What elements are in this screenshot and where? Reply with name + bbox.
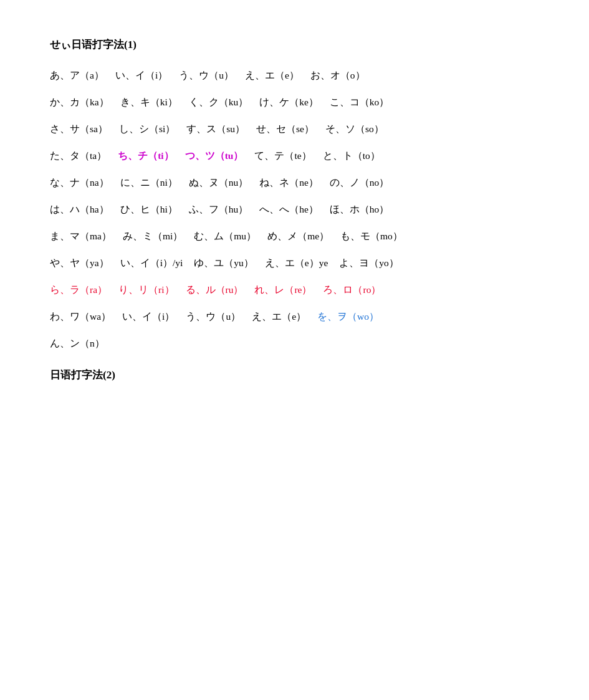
kana-row-row-ya: や、ヤ（ya）い、イ（i）/yiゆ、ユ（yu）え、エ（e）yeよ、ヨ（yo）	[50, 257, 539, 270]
kana-item: り、リ（ri）	[118, 284, 174, 297]
kana-row-row-na: な、ナ（na）に、ニ（ni）ぬ、ヌ（nu）ね、ネ（ne）の、ノ（no）	[50, 176, 539, 189]
kana-item: え、エ（e）ye	[265, 257, 328, 270]
kana-item: さ、サ（sa）	[50, 123, 108, 136]
kana-item: し、シ（si）	[119, 123, 175, 136]
kana-row-row-n: ん、ン（n）	[50, 337, 539, 350]
kana-item: う、ウ（u）	[186, 310, 241, 324]
kana-item: な、ナ（na）	[50, 176, 109, 189]
kana-item: ふ、フ（hu）	[189, 203, 249, 216]
kana-item: い、イ（i）/yi	[120, 257, 183, 270]
kana-item: お、オ（o）	[310, 69, 365, 82]
kana-item: む、ム（mu）	[194, 230, 256, 243]
kana-item: ろ、ロ（ro）	[323, 284, 381, 297]
kana-item: る、ル（ru）	[186, 284, 244, 297]
kana-row-row-ma: ま、マ（ma）み、ミ（mi）む、ム（mu）め、メ（me）も、モ（mo）	[50, 230, 539, 243]
kana-row-row-ka: か、カ（ka）き、キ（ki）く、ク（ku）け、ケ（ke）こ、コ（ko）	[50, 96, 539, 109]
kana-item: に、ニ（ni）	[120, 176, 178, 189]
kana-item: つ、ツ（tu）	[185, 150, 244, 163]
section-title-1: せぃ日语打字法(1)	[50, 37, 539, 52]
kana-row-row-ha: は、ハ（ha）ひ、ヒ（hi）ふ、フ（hu）へ、へ（he）ほ、ホ（ho）	[50, 203, 539, 216]
kana-item: く、ク（ku）	[189, 96, 249, 109]
kana-row-row-sa: さ、サ（sa）し、シ（si）す、ス（su）せ、セ（se）そ、ソ（so）	[50, 123, 539, 136]
kana-item: こ、コ（ko）	[330, 96, 390, 109]
kana-item: ち、チ（ti）	[118, 150, 173, 163]
kana-item: え、エ（e）	[245, 69, 299, 82]
kana-item: い、イ（i）	[115, 69, 168, 82]
kana-item: ま、マ（ma）	[50, 230, 112, 243]
kana-item: ぬ、ヌ（nu）	[189, 176, 249, 189]
kana-item: そ、ソ（so）	[325, 123, 384, 136]
kana-item: み、ミ（mi）	[123, 230, 183, 243]
kana-item: い、イ（i）	[122, 310, 175, 324]
kana-item: れ、レ（re）	[254, 284, 312, 297]
kana-item: ね、ネ（ne）	[259, 176, 318, 189]
kana-row-row-ta: た、タ（ta）ち、チ（ti）つ、ツ（tu）て、テ（te）と、ト（to）	[50, 150, 539, 163]
kana-item: か、カ（ka）	[50, 96, 109, 109]
kana-item: は、ハ（ha）	[50, 203, 109, 216]
kana-item: と、ト（to）	[323, 150, 380, 163]
kana-item: た、タ（ta）	[50, 150, 107, 163]
kana-table-1: あ、ア（a）い、イ（i）う、ウ（u）え、エ（e）お、オ（o）か、カ（ka）き、キ…	[50, 69, 539, 350]
kana-item: め、メ（me）	[267, 230, 329, 243]
kana-item: へ、へ（he）	[259, 203, 318, 216]
kana-item: よ、ヨ（yo）	[339, 257, 399, 270]
kana-item: ら、ラ（ra）	[50, 284, 107, 297]
kana-item: ゆ、ユ（yu）	[194, 257, 254, 270]
section-title-2: 日语打字法(2)	[50, 368, 539, 382]
kana-item: わ、ワ（wa）	[50, 310, 111, 324]
kana-row-row-wa: わ、ワ（wa）い、イ（i）う、ウ（u）え、エ（e）を、ヲ（wo）	[50, 310, 539, 324]
page-container: せぃ日语打字法(1) あ、ア（a）い、イ（i）う、ウ（u）え、エ（e）お、オ（o…	[50, 37, 539, 382]
kana-item: ん、ン（n）	[50, 337, 105, 350]
kana-item: す、ス（su）	[186, 123, 245, 136]
kana-item: も、モ（mo）	[340, 230, 403, 243]
kana-item: の、ノ（no）	[330, 176, 390, 189]
kana-item: う、ウ（u）	[179, 69, 234, 82]
kana-row-row-a: あ、ア（a）い、イ（i）う、ウ（u）え、エ（e）お、オ（o）	[50, 69, 539, 82]
kana-item: き、キ（ki）	[120, 96, 178, 109]
kana-item: ほ、ホ（ho）	[330, 203, 390, 216]
kana-item: ひ、ヒ（hi）	[120, 203, 178, 216]
kana-item: せ、セ（se）	[256, 123, 314, 136]
kana-item: け、ケ（ke）	[259, 96, 318, 109]
kana-row-row-ra: ら、ラ（ra）り、リ（ri）る、ル（ru）れ、レ（re）ろ、ロ（ro）	[50, 284, 539, 297]
kana-item: や、ヤ（ya）	[50, 257, 109, 270]
kana-item: て、テ（te）	[254, 150, 311, 163]
kana-item: え、エ（e）	[252, 310, 306, 324]
kana-item: を、ヲ（wo）	[317, 310, 379, 324]
kana-item: あ、ア（a）	[50, 69, 104, 82]
